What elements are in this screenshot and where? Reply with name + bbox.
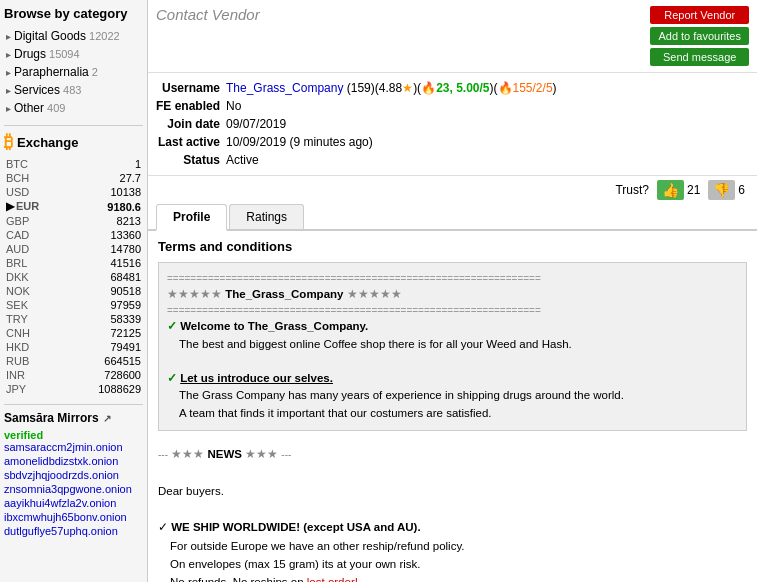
score-good: 🔥23, 5.00/5 <box>421 81 489 95</box>
ship-line-3: No refunds, No reships on lost order! <box>170 573 747 582</box>
status-row: Status Active <box>156 151 563 169</box>
exchange-rate-row: ▶EUR9180.6 <box>4 199 143 214</box>
send-message-button[interactable]: Send message <box>650 48 749 66</box>
currency-value: 8213 <box>66 214 143 228</box>
exchange-rate-row: TRY58339 <box>4 312 143 326</box>
sidebar-category-item[interactable]: ▸Paraphernalia 2 <box>4 63 143 81</box>
exchange-rate-row: RUB664515 <box>4 354 143 368</box>
active-value: 10/09/2019 (9 minutes ago) <box>226 133 563 151</box>
news-box: --- ★★★ NEWS ★★★ --- Dear buyers. ✓ WE S… <box>158 441 747 582</box>
rating-star-icon: ★ <box>402 81 413 95</box>
currency-value: 10138 <box>66 185 143 199</box>
sidebar-category-item[interactable]: ▸Drugs 15094 <box>4 45 143 63</box>
currency-value: 1088629 <box>66 382 143 396</box>
page-title: Contact Vendor <box>156 6 260 23</box>
sidebar-category-item[interactable]: ▸Services 483 <box>4 81 143 99</box>
username-value: The_Grass_Company (159)(4.88★)(🔥23, 5.00… <box>226 79 563 97</box>
add-to-favourites-button[interactable]: Add to favourites <box>650 27 749 45</box>
exchange-rate-row: INR728600 <box>4 368 143 382</box>
currency-code: JPY <box>4 382 66 396</box>
username-label: Username <box>156 79 226 97</box>
thumbs-down-container: 👎 6 <box>708 180 745 200</box>
currency-value: 68481 <box>66 270 143 284</box>
report-vendor-button[interactable]: Report Vendor <box>650 6 749 24</box>
ship-line-1: For outside Europe we have an other resh… <box>170 537 747 555</box>
mirror-link[interactable]: samsaraccm2jmin.onion <box>4 441 143 453</box>
dear-buyers: Dear buyers. <box>158 482 747 500</box>
category-name: Drugs <box>14 47 46 61</box>
status-value: Active <box>226 151 563 169</box>
main-header: Contact Vendor Report Vendor Add to favo… <box>148 0 757 73</box>
currency-code: INR <box>4 368 66 382</box>
currency-value: 664515 <box>66 354 143 368</box>
eur-arrow-icon: ▶ <box>6 200 14 212</box>
exchange-rate-row: JPY1088629 <box>4 382 143 396</box>
sidebar-category-item[interactable]: ▸Digital Goods 12022 <box>4 27 143 45</box>
category-name: Digital Goods <box>14 29 86 43</box>
exchange-rate-row: USD10138 <box>4 185 143 199</box>
vendor-info: Username The_Grass_Company (159)(4.88★)(… <box>148 73 757 176</box>
mirror-link[interactable]: dutlguflye57uphq.onion <box>4 525 143 537</box>
news-header-line: --- ★★★ NEWS ★★★ --- <box>158 445 747 463</box>
sidebar-title: Browse by category <box>4 6 143 21</box>
rating-suffix: )( <box>413 81 421 95</box>
currency-value: 79491 <box>66 340 143 354</box>
currency-code: AUD <box>4 242 66 256</box>
currency-code: ▶EUR <box>4 199 66 214</box>
mirrors-section: Samsāra Mirrors ↗ verified samsaraccm2jm… <box>4 404 143 537</box>
profile-content: Terms and conditions ===================… <box>148 231 757 582</box>
exchange-rate-row: BCH27.7 <box>4 171 143 185</box>
currency-value: 90518 <box>66 284 143 298</box>
categories-list: ▸Digital Goods 12022▸Drugs 15094▸Paraphe… <box>4 27 143 117</box>
currency-code: BCH <box>4 171 66 185</box>
verified-badge: verified <box>4 429 143 441</box>
dashes-3-post: --- <box>281 449 291 460</box>
trust-section: Trust? 👍 21 👎 6 <box>148 176 757 204</box>
exchange-rate-row: DKK68481 <box>4 270 143 284</box>
ship-header: ✓ WE SHIP WORLDWIDE! (except USA and AU)… <box>158 518 747 536</box>
join-date: 09/07/2019 <box>226 115 563 133</box>
thumbs-down-count: 6 <box>738 183 745 197</box>
mirror-link[interactable]: znsomnia3qpgwone.onion <box>4 483 143 495</box>
fe-row: FE enabled No <box>156 97 563 115</box>
currency-value: 728600 <box>66 368 143 382</box>
exchange-rate-row: CAD13360 <box>4 228 143 242</box>
welcome-check: ✓ <box>167 320 177 332</box>
dashes-2: ========================================… <box>167 303 738 318</box>
mirror-link[interactable]: amonelidbdizstxk.onion <box>4 455 143 467</box>
exchange-rate-row: AUD14780 <box>4 242 143 256</box>
header-buttons: Report Vendor Add to favourites Send mes… <box>650 6 749 66</box>
mirror-link[interactable]: sbdvzjhqjoodrzds.onion <box>4 469 143 481</box>
tab-ratings[interactable]: Ratings <box>229 204 304 229</box>
lost-order-text: lost order! <box>307 576 358 582</box>
mirror-link[interactable]: aayikhui4wfzla2v.onion <box>4 497 143 509</box>
currency-code: RUB <box>4 354 66 368</box>
currency-code: NOK <box>4 284 66 298</box>
category-count: 409 <box>47 102 65 114</box>
vendor-profile-link[interactable]: The_Grass_Company <box>226 81 343 95</box>
active-label: Last active <box>156 133 226 151</box>
currency-value: 58339 <box>66 312 143 326</box>
category-arrow: ▸ <box>6 31 11 42</box>
thumbs-up-icon[interactable]: 👍 <box>657 180 684 200</box>
currency-value: 72125 <box>66 326 143 340</box>
intro-text-1: The Grass Company has many years of expe… <box>179 387 738 404</box>
rating-end: ) <box>553 81 557 95</box>
mirror-link[interactable]: ibxcmwhujh65bonv.onion <box>4 511 143 523</box>
sidebar-category-item[interactable]: ▸Other 409 <box>4 99 143 117</box>
join-row: Join date 09/07/2019 <box>156 115 563 133</box>
fire-score: 🔥155/2/5 <box>498 81 553 95</box>
currency-code: DKK <box>4 270 66 284</box>
welcome-line: ✓ Welcome to The_Grass_Company. <box>167 318 738 335</box>
exchange-header: ₿ Exchange <box>4 132 143 153</box>
terms-box: ========================================… <box>158 262 747 431</box>
category-count: 483 <box>63 84 81 96</box>
currency-value: 1 <box>66 157 143 171</box>
terms-section-title: Terms and conditions <box>158 239 747 254</box>
username-row: Username The_Grass_Company (159)(4.88★)(… <box>156 79 563 97</box>
tab-profile[interactable]: Profile <box>156 204 227 231</box>
exchange-section: ₿ Exchange BTC1BCH27.7USD10138▶EUR9180.6… <box>4 125 143 396</box>
external-link-icon: ↗ <box>103 413 111 424</box>
thumbs-down-icon[interactable]: 👎 <box>708 180 735 200</box>
category-arrow: ▸ <box>6 103 11 114</box>
